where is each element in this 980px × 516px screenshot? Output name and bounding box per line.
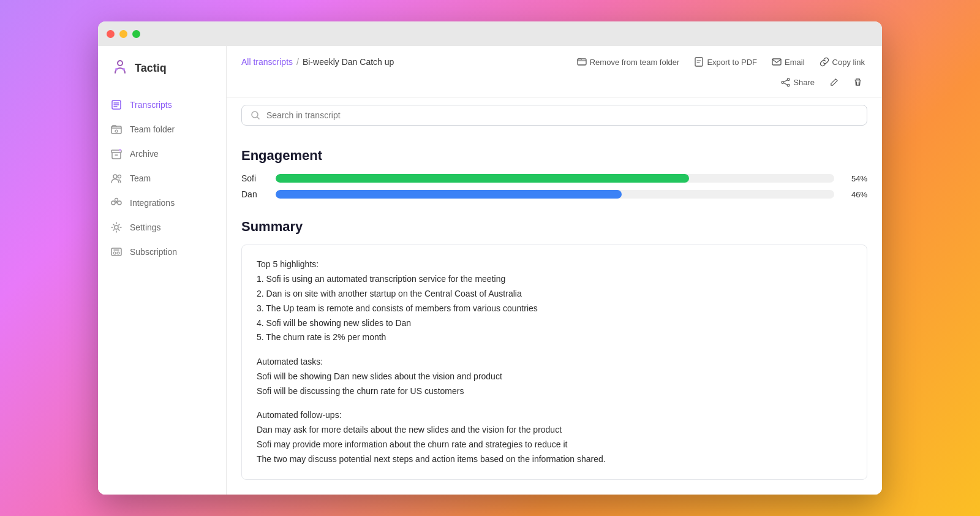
svg-rect-24 [772,59,781,65]
copy-link-label: Copy link [832,58,865,67]
svg-point-8 [115,130,118,132]
remove-from-team-folder-button[interactable]: Remove from team folder [575,56,682,68]
maximize-button[interactable] [132,30,140,38]
highlight-5: 5. The churn rate is 2% per month [257,330,852,345]
sidebar-item-label-integrations: Integrations [130,198,175,208]
svg-point-20 [113,252,116,254]
edit-icon [829,78,839,87]
logo: Tactiq [98,58,226,93]
followup-2: Sofi may provide more information about … [257,438,852,452]
engagement-title: Engagement [241,148,867,164]
all-transcripts-link[interactable]: All transcripts [241,57,293,67]
svg-point-2 [123,68,125,70]
email-button[interactable]: Email [769,56,807,68]
task-2: Sofi will be discussing the churn rate f… [257,384,852,399]
followups-block: Automated follow-ups: Dan may ask for mo… [257,408,852,466]
title-bar [98,21,882,46]
sidebar-item-label-subscription: Subscription [130,247,177,257]
search-bar [227,97,882,133]
sidebar-item-team[interactable]: Team [98,166,226,191]
sidebar-item-label-team-folder: Team folder [130,124,175,134]
followup-1: Dan may ask for more details about the n… [257,423,852,438]
archive-icon [110,148,123,160]
svg-rect-10 [119,149,121,151]
engagement-name-sofi: Sofi [241,173,266,183]
svg-point-0 [118,61,123,66]
breadcrumb-current: Bi-weekly Dan Catch up [303,57,394,67]
highlight-4: 4. Sofi will be showing new slides to Da… [257,316,852,331]
share-button[interactable]: Share [776,75,820,89]
transcripts-icon [110,99,123,111]
email-label: Email [785,58,805,67]
share-label: Share [793,78,815,87]
team-folder-icon [110,123,123,135]
svg-point-1 [115,68,118,70]
svg-line-31 [257,117,259,119]
svg-point-12 [118,175,121,178]
svg-rect-19 [111,248,121,256]
svg-point-11 [113,175,117,178]
team-icon [110,172,123,184]
engagement-row-sofi: Sofi 54% [241,173,867,183]
sidebar-item-team-folder[interactable]: Team folder [98,117,226,142]
svg-point-25 [788,78,790,81]
highlight-1: 1. Sofi is using an automated transcript… [257,272,852,287]
svg-point-21 [117,252,119,254]
tasks-label: Automated tasks: [257,355,852,370]
delete-button[interactable] [848,75,867,89]
share-icon [781,78,790,87]
folder-team-icon [577,57,587,67]
sidebar: Tactiq Transcripts [98,46,227,494]
top-actions-bar: Remove from team folder Export to PDF [575,56,867,68]
sidebar-item-integrations[interactable]: Integrations [98,191,226,215]
svg-line-28 [784,80,788,82]
engagement-bar-sofi [276,174,689,183]
svg-point-26 [788,85,790,87]
task-1: Sofi will be showing Dan new slides abou… [257,370,852,384]
pdf-icon [694,57,704,67]
highlights-label: Top 5 highlights: [257,257,852,272]
delete-icon [853,78,862,87]
export-pdf-button[interactable]: Export to PDF [692,56,760,68]
integrations-icon [110,197,123,209]
top-bar: All transcripts / Bi-weekly Dan Catch up [227,46,882,97]
engagement-pct-sofi: 54% [844,174,867,183]
svg-point-14 [118,201,121,205]
sidebar-item-archive[interactable]: Archive [98,142,226,166]
highlights-block: Top 5 highlights: 1. Sofi is using an au… [257,257,852,345]
sidebar-item-label-settings: Settings [130,222,161,232]
app-window: Tactiq Transcripts [98,21,882,494]
followups-label: Automated follow-ups: [257,408,852,423]
engagement-bar-dan [276,190,622,199]
subscription-icon [110,246,123,258]
content-area: Engagement Sofi 54% Dan [227,133,882,494]
tasks-block: Automated tasks: Sofi will be showing Da… [257,355,852,398]
sidebar-item-settings[interactable]: Settings [98,215,226,240]
breadcrumb: All transcripts / Bi-weekly Dan Catch up [241,57,394,67]
summary-section: Summary Top 5 highlights: 1. Sofi is usi… [241,219,867,479]
minimize-button[interactable] [119,30,127,38]
svg-point-15 [115,199,118,202]
highlight-2: 2. Dan is on site with another startup o… [257,287,852,302]
engagement-bar-container-sofi [276,174,834,183]
main-content: All transcripts / Bi-weekly Dan Catch up [227,46,882,494]
search-input[interactable] [266,110,858,120]
followup-3: The two may discuss potential next steps… [257,452,852,467]
engagement-section: Engagement Sofi 54% Dan [241,148,867,199]
toolbar-row: Share [241,75,867,89]
sidebar-item-label-archive: Archive [130,149,159,159]
svg-point-18 [115,226,118,229]
sidebar-item-subscription[interactable]: Subscription [98,240,226,264]
edit-button[interactable] [824,75,843,89]
remove-team-folder-label: Remove from team folder [590,58,680,67]
sidebar-item-transcripts[interactable]: Transcripts [98,93,226,117]
close-button[interactable] [107,30,115,38]
sidebar-item-label-transcripts: Transcripts [130,100,172,110]
copy-link-button[interactable]: Copy link [817,56,867,68]
logo-icon [110,58,130,78]
svg-point-27 [782,82,784,84]
settings-icon [110,221,123,233]
engagement-pct-dan: 46% [844,190,867,199]
sidebar-item-label-team: Team [130,173,151,183]
svg-rect-23 [695,58,703,66]
